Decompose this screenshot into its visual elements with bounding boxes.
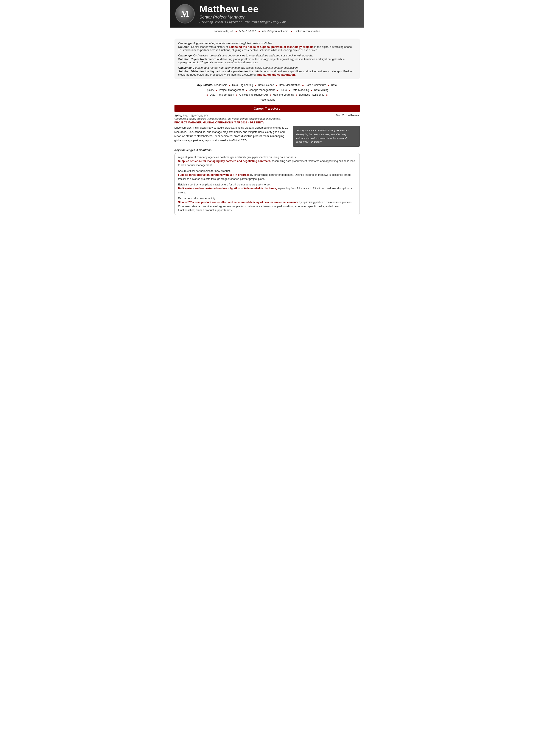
contact-location: Tannersville, PA — [214, 30, 233, 33]
job-header-row: Jollo, Inc. – New York, NY Mar 2014 – Pr… — [174, 114, 360, 117]
job-description-row: Drive complex, multi-disciplinary strate… — [174, 126, 360, 147]
talent-4: Data Visualization — [279, 84, 301, 87]
talent-6: Data — [331, 84, 337, 87]
avatar: M — [175, 4, 195, 23]
company-name: Jollo, Inc. — [174, 114, 188, 117]
job-challenge-2: Secure critical partnerships for new pro… — [178, 170, 356, 181]
job-challenge-1: Align all parent company agencies post-m… — [178, 156, 356, 167]
contact-bar: Tannersville, PA ■ 555-513-1692 ■ mlee92… — [170, 28, 364, 35]
header-text: Matthew Lee Senior Project Manager Deliv… — [200, 4, 286, 24]
candidate-name: Matthew Lee — [200, 4, 286, 14]
sep1: ■ — [235, 30, 237, 33]
contact-linkedin: LinkedIn.com/in/mlee — [294, 30, 320, 33]
talent-17: Presentations — [259, 98, 275, 101]
job-entry-1: Jollo, Inc. – New York, NY Mar 2014 – Pr… — [174, 114, 360, 215]
candidate-subtitle: Delivering Critical IT Projects on Time,… — [200, 20, 286, 24]
company-info: Jollo, Inc. – New York, NY — [174, 114, 208, 117]
talent-7: Quality — [205, 89, 214, 92]
testimonial-box: "His reputation for delivering high-qual… — [293, 126, 360, 147]
key-talents-label: Key Talents: — [197, 84, 213, 87]
job-title: PROJECT MANAGER, GLOBAL OPERATIONS (Apr … — [174, 121, 360, 124]
challenges-list: Align all parent company agencies post-m… — [174, 153, 360, 215]
contact-email: mlee92@outlook.com — [262, 30, 288, 33]
talent-14: Artificial Intelligence (AI) — [239, 93, 268, 96]
talent-15: Machine Learning — [273, 93, 294, 96]
talent-9: Change Management — [249, 89, 275, 92]
company-location: New York, NY — [191, 114, 208, 117]
talent-2: Data Engineering — [232, 84, 253, 87]
solution-3: Solution: Vision for the big picture and… — [178, 70, 356, 76]
solution-2: Solution: 7-year track record of deliver… — [178, 58, 356, 64]
challenges-section-label: Key Challenges & Solutions: — [174, 148, 360, 152]
job-challenge-4: Recharge product owner agility. Shaved 2… — [178, 197, 356, 212]
talent-3: Data Science — [258, 84, 274, 87]
talent-11: Data Modeling — [292, 89, 309, 92]
contact-phone: 555-513-1692 — [239, 30, 256, 33]
talent-13: Data Transformation — [210, 93, 234, 96]
solution-1: Solution: Senior leader with a history o… — [178, 45, 356, 52]
talent-16: Business Intelligence — [299, 93, 324, 96]
talent-12: Data Mining — [314, 89, 329, 92]
career-section-header: Career Trajectory — [174, 105, 360, 112]
header-section: M Matthew Lee Senior Project Manager Del… — [170, 0, 364, 28]
job-dates: Mar 2014 – Present — [336, 114, 360, 117]
candidate-title: Senior Project Manager — [200, 14, 286, 20]
summary-section: Challenge: Juggle competing priorities t… — [174, 39, 360, 79]
talent-5: Data Architecture — [306, 84, 326, 87]
talent-10: SDLC — [280, 89, 287, 92]
job-description-text: Drive complex, multi-disciplinary strate… — [174, 126, 289, 147]
sep3: ■ — [291, 30, 292, 33]
talent-8: Project Management — [219, 89, 244, 92]
talent-1: Leadership — [214, 84, 227, 87]
challenge-3: Challenge: Pinpoint and roll-out improve… — [178, 66, 356, 69]
sep2: ■ — [258, 30, 260, 33]
job-challenge-3: Establish contract-compliant infrastruct… — [178, 183, 356, 195]
company-description: Centralized global practice within Jollo… — [174, 118, 360, 121]
challenge-1: Challenge: Juggle competing priorities t… — [178, 41, 356, 45]
challenge-2: Challenge: Orchestrate the details and d… — [178, 54, 356, 57]
key-talents-section: Key Talents: Leadership ■ Data Engineeri… — [174, 83, 360, 102]
